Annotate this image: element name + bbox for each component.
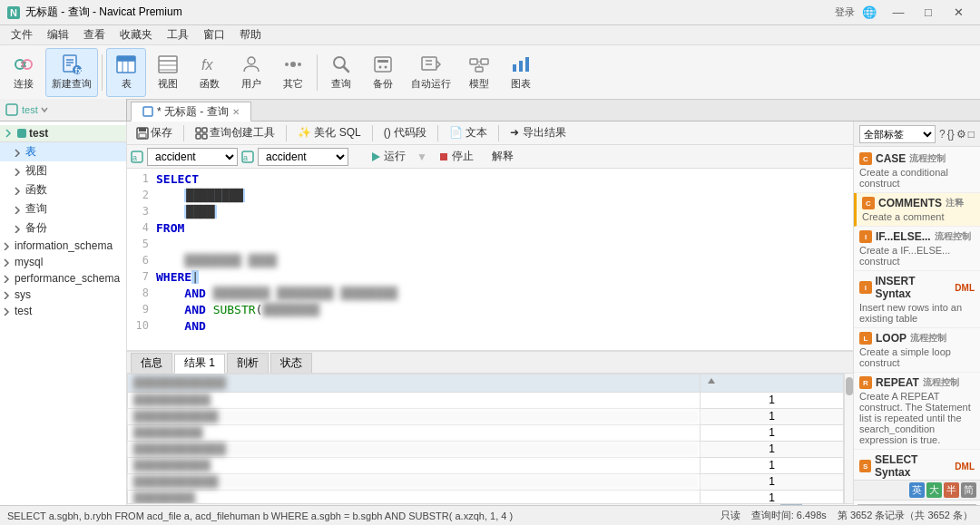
query-tab-1[interactable]: * 无标题 - 查询 ✕ <box>131 102 251 122</box>
page-info-label: 第 3652 条记录（共 3652 条） <box>838 509 973 522</box>
results-tab-status[interactable]: 状态 <box>270 353 312 373</box>
menu-favorites[interactable]: 收藏夹 <box>113 25 160 44</box>
sidebar-expand-icon <box>4 128 15 139</box>
query-builder-button[interactable]: 查询创建工具 <box>190 123 280 142</box>
tool-function[interactable]: fx 函数 <box>190 48 230 97</box>
builder-icon <box>195 127 208 140</box>
sidebar-item-test[interactable]: test <box>0 303 126 319</box>
sidebar-item-information-schema[interactable]: information_schema <box>0 238 126 254</box>
other-icon <box>282 53 304 75</box>
explain-button[interactable]: 解释 <box>485 147 521 166</box>
ime-simplified[interactable]: 简 <box>961 482 976 498</box>
tool-chart[interactable]: 图表 <box>501 48 541 97</box>
svg-point-29 <box>385 66 387 69</box>
svg-rect-33 <box>470 59 477 64</box>
backup-icon <box>372 53 394 75</box>
svg-rect-27 <box>377 60 388 63</box>
menu-edit[interactable]: 编辑 <box>40 25 76 44</box>
login-button[interactable]: 登录 <box>835 5 855 19</box>
toolbar-sep-1 <box>102 54 103 91</box>
minimize-button[interactable]: — <box>884 0 913 25</box>
save-button[interactable]: 保存 <box>131 123 178 142</box>
sidebar-item-performance-schema[interactable]: performance_schema <box>0 270 126 287</box>
right-panel-settings-icon[interactable]: ⚙ <box>956 128 966 141</box>
sidebar-item-sys[interactable]: sys <box>0 287 126 303</box>
snippet-repeat-icon: R <box>859 376 872 389</box>
ime-english[interactable]: 英 <box>909 482 925 498</box>
snippet-case[interactable]: C CASE 流程控制 Create a conditional constru… <box>854 149 980 193</box>
sql-line-10: 10 AND <box>131 319 849 335</box>
svg-rect-30 <box>422 57 436 70</box>
sidebar-sys-label: sys <box>15 288 31 301</box>
toolbar-sep-2 <box>317 54 318 91</box>
svg-rect-47 <box>196 128 201 132</box>
results-scrollbar[interactable] <box>844 374 853 504</box>
sidebar-item-backups[interactable]: 备份 <box>0 219 126 238</box>
svg-text:a: a <box>132 153 137 162</box>
sidebar-backups-expand-icon <box>15 224 24 233</box>
db-icon-2: a <box>241 151 254 163</box>
sidebar-ps-label: performance_schema <box>15 272 120 285</box>
tool-view[interactable]: 视图 <box>148 48 188 97</box>
view-icon <box>157 53 179 75</box>
run-button[interactable]: 运行 <box>363 147 413 166</box>
menu-help[interactable]: 帮助 <box>232 25 269 44</box>
tool-connect[interactable]: 连接 <box>4 48 44 97</box>
sidebar-item-functions[interactable]: 函数 <box>0 180 126 199</box>
tool-backup[interactable]: 备份 <box>363 48 403 97</box>
db-selector-2[interactable]: accident <box>258 148 348 166</box>
results-tab-result1[interactable]: 结果 1 <box>174 354 225 374</box>
text-button[interactable]: 📄 文本 <box>444 123 493 142</box>
tool-model[interactable]: 模型 <box>459 48 499 97</box>
maximize-button[interactable]: □ <box>914 0 943 25</box>
sidebar-item-tables[interactable]: 表 <box>0 142 126 161</box>
tool-query[interactable]: 查询 <box>321 48 361 97</box>
svg-rect-40 <box>525 57 529 72</box>
sidebar-is-expand-icon <box>4 241 13 250</box>
tool-user[interactable]: 用户 <box>231 48 271 97</box>
sql-line-2: 2 ████████ <box>131 189 849 205</box>
sidebar-item-mysql[interactable]: mysql <box>0 254 126 270</box>
svg-rect-49 <box>196 134 201 139</box>
right-panel-code-icon[interactable]: {} <box>947 128 955 141</box>
tool-auto-run[interactable]: 自动运行 <box>405 48 457 97</box>
snippet-comments[interactable]: C COMMENTS 注释 Create a comment <box>854 193 980 227</box>
right-panel-expand-icon[interactable]: □ <box>968 128 975 141</box>
snippet-ifelse[interactable]: I IF...ELSE... 流程控制 Create a IF...ELSE..… <box>854 227 980 271</box>
tool-table[interactable]: 表 <box>106 48 146 97</box>
stop-button[interactable]: 停止 <box>431 147 481 166</box>
snippet-repeat[interactable]: R REPEAT 流程控制 Create A REPEAT construct.… <box>854 373 980 450</box>
results-table-container[interactable]: ████████████ ████ <box>127 374 844 504</box>
sql-editor[interactable]: 1 SELECT 2 ████████ 3 ████ 4 FROM 5 <box>127 169 853 351</box>
code-snippet-button[interactable]: () 代码段 <box>378 123 432 142</box>
ime-large[interactable]: 大 <box>926 482 942 498</box>
snippet-select[interactable]: S SELECT Syntax DML Retrieve rows select… <box>854 450 980 480</box>
tag-filter-select[interactable]: 全部标签 <box>859 125 936 143</box>
sidebar-item-views[interactable]: 视图 <box>0 161 126 180</box>
tab-close-button[interactable]: ✕ <box>232 107 240 117</box>
tool-new-query[interactable]: fx 新建查询 <box>45 48 98 97</box>
beautify-button[interactable]: ✨ 美化 SQL <box>292 123 367 142</box>
sidebar-item-queries[interactable]: 查询 <box>0 199 126 219</box>
results-tab-profiling[interactable]: 剖析 <box>227 353 269 373</box>
close-button[interactable]: ✕ <box>944 0 973 25</box>
sidebar-connection[interactable]: test <box>0 125 126 142</box>
model-icon <box>468 53 490 75</box>
snippet-insert[interactable]: I INSERT Syntax DML Insert new rows into… <box>854 271 980 328</box>
export-button[interactable]: ➜ 导出结果 <box>505 123 571 142</box>
sidebar-db-icon <box>16 128 27 139</box>
menu-file[interactable]: 文件 <box>4 25 40 44</box>
menu-tools[interactable]: 工具 <box>160 25 196 44</box>
right-panel-info-icon[interactable]: ? <box>939 128 946 141</box>
world-icon[interactable]: 🌐 <box>862 5 877 19</box>
menu-view[interactable]: 查看 <box>76 25 113 44</box>
tool-other[interactable]: 其它 <box>273 48 313 97</box>
tab-bar-left: test <box>0 99 127 121</box>
db-selector-1[interactable]: accident <box>147 148 238 166</box>
ime-half[interactable]: 半 <box>944 482 959 498</box>
table-cell-value: 1 <box>701 441 844 457</box>
table-row: ██████████1 <box>128 392 844 408</box>
menu-window[interactable]: 窗口 <box>196 25 232 44</box>
snippet-loop[interactable]: L LOOP 流程控制 Create a simple loop constru… <box>854 328 980 373</box>
results-tab-info[interactable]: 信息 <box>131 353 172 373</box>
